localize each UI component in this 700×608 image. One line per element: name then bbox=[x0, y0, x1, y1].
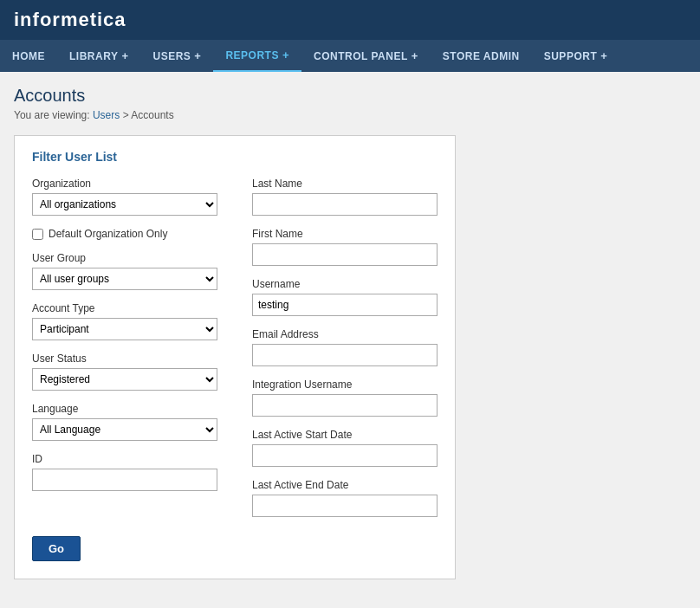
username-label: Username bbox=[252, 278, 438, 290]
last-active-end-label: Last Active End Date bbox=[252, 479, 438, 491]
nav-item-support[interactable]: SUPPORT + bbox=[532, 40, 620, 72]
last-active-start-label: Last Active Start Date bbox=[252, 429, 438, 441]
default-org-only-label: Default Organization Only bbox=[49, 228, 167, 240]
last-active-start-group: Last Active Start Date bbox=[252, 429, 438, 467]
header: informetica bbox=[0, 0, 700, 40]
language-group: Language All Language bbox=[32, 403, 217, 441]
form-layout: Organization All organizations Default O… bbox=[32, 178, 438, 529]
nav-item-users[interactable]: USERS + bbox=[140, 40, 213, 72]
last-active-end-group: Last Active End Date bbox=[252, 479, 438, 517]
form-col-right: Last Name First Name Username Email Addr… bbox=[252, 178, 438, 529]
first-name-input[interactable] bbox=[252, 243, 438, 266]
organization-select[interactable]: All organizations bbox=[32, 193, 217, 216]
last-name-group: Last Name bbox=[252, 178, 438, 216]
user-group-select[interactable]: All user groups bbox=[32, 268, 217, 290]
user-status-label: User Status bbox=[32, 353, 217, 365]
library-plus-icon: + bbox=[121, 49, 128, 62]
email-group: Email Address bbox=[252, 328, 438, 366]
last-active-end-input[interactable] bbox=[252, 495, 438, 517]
integration-username-group: Integration Username bbox=[252, 378, 438, 417]
user-status-select[interactable]: Registered bbox=[32, 368, 217, 391]
default-org-only-group: Default Organization Only bbox=[32, 228, 217, 240]
id-label: ID bbox=[32, 453, 217, 465]
id-group: ID bbox=[32, 453, 217, 491]
username-input[interactable] bbox=[252, 294, 438, 316]
page-title: Accounts bbox=[14, 86, 686, 106]
nav-item-library[interactable]: LIBRARY + bbox=[57, 40, 140, 72]
page-content: Accounts You are viewing: Users > Accoun… bbox=[0, 72, 700, 593]
email-label: Email Address bbox=[252, 328, 438, 340]
control-panel-plus-icon: + bbox=[412, 49, 418, 62]
nav-item-home[interactable]: HOME bbox=[0, 40, 57, 72]
reports-plus-icon: + bbox=[282, 49, 289, 61]
nav-item-store-admin[interactable]: STORE ADMIN bbox=[431, 40, 532, 72]
nav-item-control-panel[interactable]: CONTROL PANEL + bbox=[301, 40, 431, 72]
logo: informetica bbox=[14, 9, 126, 31]
email-input[interactable] bbox=[252, 344, 438, 366]
integration-username-input[interactable] bbox=[252, 394, 438, 417]
account-type-label: Account Type bbox=[32, 302, 217, 314]
last-name-input[interactable] bbox=[252, 193, 438, 216]
nav: HOME LIBRARY + USERS + REPORTS + CONTROL… bbox=[0, 40, 700, 72]
organization-label: Organization bbox=[32, 178, 217, 190]
support-plus-icon: + bbox=[600, 49, 607, 62]
integration-username-label: Integration Username bbox=[252, 378, 438, 391]
account-type-select[interactable]: Participant bbox=[32, 318, 217, 340]
breadcrumb-users-link[interactable]: Users bbox=[93, 109, 120, 121]
nav-item-reports[interactable]: REPORTS + bbox=[213, 40, 301, 72]
last-active-start-input[interactable] bbox=[252, 444, 438, 467]
last-name-label: Last Name bbox=[252, 178, 438, 190]
language-select[interactable]: All Language bbox=[32, 418, 217, 441]
users-plus-icon: + bbox=[194, 49, 201, 62]
filter-panel: Filter User List Organization All organi… bbox=[14, 135, 456, 579]
user-group-group: User Group All user groups bbox=[32, 252, 217, 290]
default-org-only-checkbox[interactable] bbox=[32, 229, 43, 240]
first-name-label: First Name bbox=[252, 228, 438, 240]
user-status-group: User Status Registered bbox=[32, 353, 217, 391]
user-group-label: User Group bbox=[32, 252, 217, 264]
organization-group: Organization All organizations bbox=[32, 178, 217, 216]
breadcrumb: You are viewing: Users > Accounts bbox=[14, 109, 686, 121]
id-input[interactable] bbox=[32, 469, 217, 491]
first-name-group: First Name bbox=[252, 228, 438, 266]
go-button[interactable]: Go bbox=[32, 536, 81, 561]
filter-title: Filter User List bbox=[32, 150, 438, 164]
language-label: Language bbox=[32, 403, 217, 415]
form-col-left: Organization All organizations Default O… bbox=[32, 178, 217, 529]
account-type-group: Account Type Participant bbox=[32, 302, 217, 340]
username-group: Username bbox=[252, 278, 438, 316]
